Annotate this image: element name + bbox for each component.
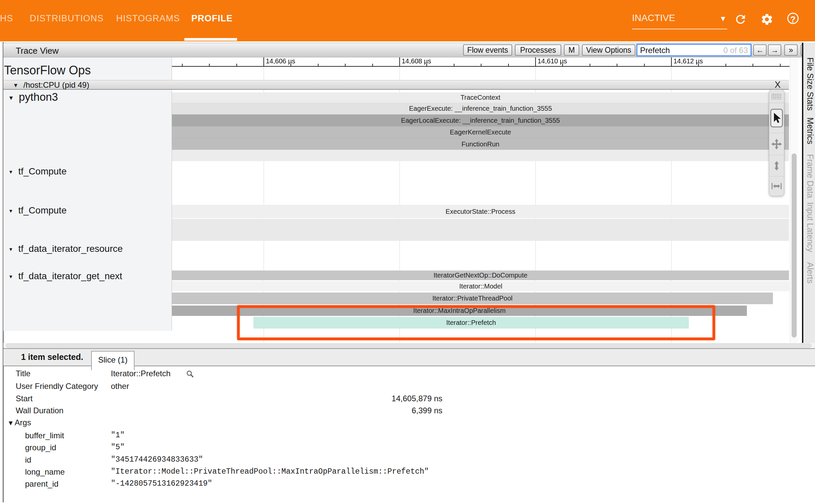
track-group-tf_Compute[interactable]: ▾tf_Compute <box>9 205 66 216</box>
help-glyph: ? <box>787 13 799 24</box>
detail-value: Iterator::Prefetch <box>111 369 171 378</box>
arg-row-id: id"345174426934833633" <box>0 455 812 466</box>
arg-value: "1" <box>111 431 125 440</box>
toolbar-button-processes[interactable]: Processes <box>515 44 561 56</box>
arg-value: "5" <box>111 443 125 452</box>
run-selector-value: INACTIVE <box>632 13 675 23</box>
sidebar-tab-file-size-stats[interactable]: File Size Stats <box>805 57 815 111</box>
trace-slice[interactable]: Iterator::PrivateThreadPool <box>172 293 773 304</box>
tensorboard-profile-page: HSDISTRIBUTIONSHISTOGRAMSPROFILE INACTIV… <box>0 0 815 504</box>
trace-slice-label: EagerKernelExecute <box>450 128 511 136</box>
trace-slice-label: TraceContext <box>460 94 500 101</box>
trace-slice[interactable]: FunctionRun <box>172 138 789 150</box>
trace-slice-label: ExecutorState::Process <box>446 208 516 215</box>
selection-count-text: 1 item selected. <box>21 352 83 362</box>
trace-slice[interactable]: TraceContext <box>172 92 789 103</box>
help-icon[interactable]: ? <box>787 13 801 26</box>
run-selector-dropdown[interactable]: INACTIVE ▾ <box>632 13 727 29</box>
trace-slice[interactable]: EagerExecute: __inference_train_function… <box>172 103 789 114</box>
detail-label: Wall Duration <box>16 406 63 415</box>
vertical-zoom-tool-button[interactable] <box>769 155 784 176</box>
vertical-scrollbar-thumb[interactable] <box>792 153 797 338</box>
trace-slice[interactable]: EagerLocalExecute: __inference_train_fun… <box>172 114 789 126</box>
close-icon[interactable]: X <box>775 80 781 90</box>
detail-label: Title <box>16 369 30 378</box>
gear-icon[interactable] <box>760 13 774 26</box>
chevron-down-icon: ▾ <box>721 13 725 24</box>
trace-slice[interactable]: Iterator::Model <box>172 281 790 291</box>
search-next-button[interactable]: → <box>768 44 781 56</box>
track-group-python3[interactable]: ▾python3 <box>9 91 58 103</box>
select-tool-button[interactable] <box>769 103 784 133</box>
app-tab-distributions[interactable]: DISTRIBUTIONS <box>30 13 104 24</box>
tool-palette <box>769 89 784 196</box>
magnifier-icon[interactable] <box>186 370 194 380</box>
horizontal-scrollbar-thumb[interactable] <box>6 344 811 348</box>
trace-slice-label: Iterator::Model <box>459 283 502 290</box>
expander-triangle-icon[interactable]: ▾ <box>9 273 12 280</box>
app-tab-histograms[interactable]: HISTOGRAMS <box>116 13 180 24</box>
arg-value: "345174426934833633" <box>111 455 203 464</box>
minor-tick <box>726 64 726 66</box>
toolbar-button-view-options[interactable]: View Options <box>582 44 635 56</box>
sidebar-tab-metrics[interactable]: Metrics <box>805 117 815 144</box>
minor-tick <box>562 64 563 66</box>
search-input[interactable]: Prefetch 0 of 63 <box>636 44 752 56</box>
trace-slice[interactable]: ExecutorState::Process <box>172 205 789 218</box>
major-tick <box>671 57 672 67</box>
detail-label: User Friendly Category <box>16 382 98 391</box>
timing-tool-button[interactable] <box>769 176 784 196</box>
process-header-row[interactable]: ▾ /host:CPU (pid 49) X <box>3 80 789 90</box>
trace-slice-label: IteratorGetNextOp::DoCompute <box>433 272 527 279</box>
expander-triangle-icon[interactable]: ▾ <box>9 94 13 101</box>
trace-slice-label: Iterator::PrivateThreadPool <box>432 295 513 302</box>
minor-tick <box>753 64 753 66</box>
trace-slice[interactable] <box>172 150 789 161</box>
args-label: Args <box>15 418 31 427</box>
palette-drag-handle[interactable] <box>769 90 784 103</box>
search-prev-button[interactable]: ← <box>753 44 767 56</box>
group-label: tf_data_iterator_get_next <box>18 271 122 281</box>
expander-triangle-icon[interactable]: ▾ <box>9 246 12 253</box>
horizontal-span-icon <box>771 181 782 191</box>
track-group-tf_Compute[interactable]: ▾tf_Compute <box>9 166 66 177</box>
more-button[interactable]: » <box>784 44 798 56</box>
minor-tick <box>372 64 373 66</box>
major-tick <box>263 57 264 67</box>
app-tab-hs[interactable]: HS <box>0 13 13 24</box>
horizontal-scrollbar[interactable] <box>3 343 815 348</box>
pan-tool-button[interactable] <box>769 133 784 155</box>
toolbar-button-flow-events[interactable]: Flow events <box>463 44 512 56</box>
section-title: TensorFlow Ops <box>4 63 91 77</box>
search-value: Prefetch <box>640 46 670 55</box>
trace-slice[interactable] <box>172 219 789 241</box>
minor-tick <box>209 64 210 66</box>
pointer-cursor-icon <box>770 109 783 127</box>
selection-highlight-box <box>237 305 715 340</box>
expander-triangle-icon[interactable]: ▾ <box>9 207 12 214</box>
major-tick <box>399 57 400 67</box>
trace-slice[interactable]: IteratorGetNextOp::DoCompute <box>172 271 789 280</box>
trace-slice[interactable]: EagerKernelExecute <box>172 126 789 138</box>
vertical-scrollbar[interactable] <box>790 57 798 343</box>
sidebar-tab-frame-data[interactable]: Frame Data <box>805 154 815 198</box>
slice-tab[interactable]: Slice (1) <box>91 351 135 370</box>
arg-key: id <box>25 455 31 465</box>
args-expander-icon[interactable]: ▼ <box>7 419 14 427</box>
expander-triangle-icon[interactable]: ▾ <box>9 168 12 175</box>
minor-tick <box>481 64 481 66</box>
run-selector-underline <box>632 29 727 29</box>
detail-row-wall-duration: Wall Duration6,399 ns <box>0 406 812 417</box>
detail-value: 14,605,879 ns <box>111 394 442 403</box>
track-group-tf_data_iterator_get_next[interactable]: ▾tf_data_iterator_get_next <box>9 271 122 282</box>
track-group-tf_data_iterator_resource[interactable]: ▾tf_data_iterator_resource <box>9 243 123 254</box>
refresh-icon[interactable] <box>734 13 747 26</box>
app-tab-profile[interactable]: PROFILE <box>191 13 233 24</box>
toolbar-button-m[interactable]: M <box>564 44 579 56</box>
sidebar-tab-input-latency[interactable]: Input Latency <box>805 202 815 252</box>
sidebar-tab-alerts[interactable]: Alerts <box>805 262 815 284</box>
arg-row-long_name: long_name"Iterator::Model::PrivateThread… <box>0 467 812 478</box>
minor-tick <box>454 64 454 66</box>
group-label: tf_data_iterator_resource <box>18 243 123 254</box>
args-section-header[interactable]: ▼Args <box>7 418 31 427</box>
